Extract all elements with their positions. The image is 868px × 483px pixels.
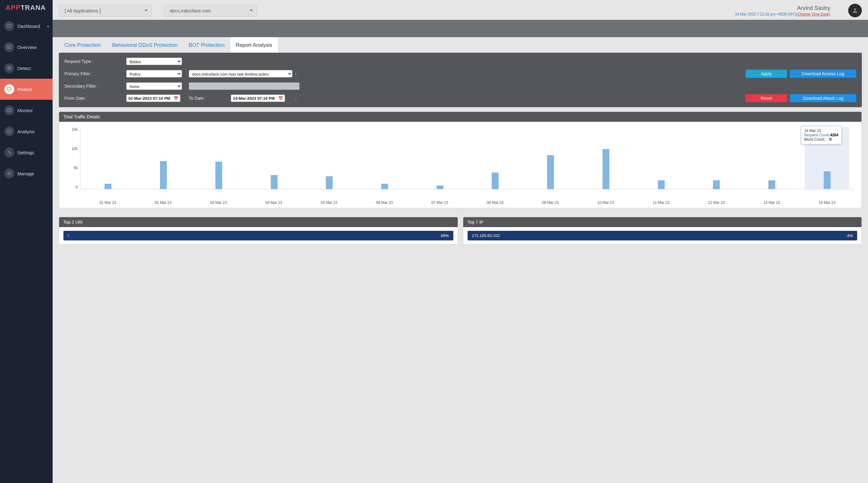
request-type-select[interactable]: Bddos [126, 58, 182, 65]
x-tick: 07 Mar 23 [412, 199, 468, 205]
timestamp-row: 14 Mar 2023 7:12:16 pm +0530 (IST)(Chang… [735, 12, 830, 17]
bar [104, 184, 112, 189]
x-tick: 08 Mar 23 [467, 199, 523, 205]
y-tick: 5k [74, 166, 78, 170]
sidebar-item-label: Analysis [17, 129, 35, 134]
bar-slot[interactable] [523, 127, 578, 189]
row-label: 172.105.63.102 [472, 233, 500, 238]
svg-point-12 [8, 173, 10, 174]
svg-point-4 [8, 48, 9, 48]
y-tick: 15k [72, 127, 78, 132]
traffic-bar-chart[interactable]: 15k10k5k0 14 Mar 23 Request Count:4264 B… [66, 127, 855, 199]
x-tick: 13 Mar 23 [744, 199, 799, 205]
bar-slot[interactable] [744, 127, 800, 189]
username: Arvind Sastry [735, 5, 830, 11]
x-tick: 14 Mar 23 [799, 199, 855, 205]
bar [215, 162, 222, 189]
x-tick: 05 Mar 23 [301, 199, 357, 205]
top-ip-title: Top 7 IP [463, 217, 862, 227]
bar [492, 173, 498, 189]
row-value: 89% [441, 233, 449, 238]
top-uri-row[interactable]: /89% [63, 231, 453, 240]
tooltip-block-value: 0 [829, 137, 832, 142]
filter-panel: Request Type : Bddos Primary Filter : Po… [59, 53, 862, 107]
x-tick: 01 Mar 23 [80, 199, 135, 205]
collapse-icon: « [47, 24, 48, 29]
bar-slot[interactable] [136, 127, 191, 189]
sidebar-item-label: Manage [17, 171, 34, 176]
brand-part2: TRANA [21, 4, 46, 11]
sidebar-item-detect[interactable]: Detect [0, 58, 53, 79]
bar-slot[interactable] [191, 127, 246, 189]
detect-icon [4, 63, 14, 73]
tab-report-analysis[interactable]: Report Analysis [230, 37, 278, 53]
bar [160, 161, 167, 189]
bar-slot[interactable] [689, 127, 744, 189]
protect-icon [4, 84, 14, 94]
bar [768, 180, 775, 189]
download-attack-log-button[interactable]: Download Attack Log [790, 94, 856, 102]
bar-slot[interactable] [81, 127, 136, 189]
bar [658, 180, 665, 189]
tooltip-req-label: Request Count: [804, 133, 830, 137]
overview-icon [4, 42, 14, 52]
brand-logo: APPTRANA [0, 0, 53, 16]
grey-band [53, 20, 868, 38]
topbar: [ All Applications ] docs.indusface.com … [53, 0, 868, 20]
to-date-input[interactable] [231, 94, 285, 102]
reset-button[interactable]: Reset [745, 94, 787, 102]
svg-point-11 [9, 152, 11, 154]
user-icon [851, 7, 859, 14]
sidebar-item-dashboard[interactable]: Dashboard« [0, 16, 53, 36]
top-uri-card: Top 2 URI /89% [59, 217, 458, 245]
bar [602, 149, 609, 189]
bar-slot[interactable] [578, 127, 633, 189]
x-tick: 04 Mar 23 [246, 199, 301, 205]
to-date-label: To Date : [189, 96, 210, 101]
tab-bot-protection[interactable]: BOT Protection [183, 37, 230, 53]
timestamp: 14 Mar 2023 7:12:16 pm +0530 (IST) [735, 12, 796, 17]
sidebar-item-manage[interactable]: Manage [0, 163, 53, 184]
bar [437, 186, 443, 189]
sidebar-item-analysis[interactable]: Analysis [0, 121, 53, 142]
primary-filter-label: Primary Filter : [64, 71, 126, 76]
filter-divider: | [292, 96, 300, 101]
from-date-input[interactable] [126, 94, 180, 102]
request-type-label: Request Type : [64, 59, 126, 64]
app-selector[interactable]: [ All Applications ] [59, 5, 152, 17]
bar [271, 175, 278, 189]
primary-filter-app-select[interactable]: docs.indusface.com App rate limiting pol… [189, 70, 292, 78]
primary-filter-select[interactable]: Policy [126, 70, 182, 78]
bar-slot[interactable] [633, 127, 689, 189]
tab-behavioral-ddos-protection[interactable]: Behavioral DDoS Protection [106, 37, 183, 53]
x-tick: 02 Mar 23 [135, 199, 191, 205]
apply-button[interactable]: Apply [745, 69, 787, 78]
secondary-filter-label: Secondary Filter : [64, 84, 126, 89]
sidebar-item-label: Monitor [17, 108, 33, 113]
sidebar-item-overview[interactable]: Overview [0, 36, 53, 58]
domain-selector[interactable]: docs.indusface.com [164, 5, 257, 17]
change-timezone-link[interactable]: Change Time Zone [798, 12, 829, 17]
avatar[interactable] [848, 4, 862, 17]
sidebar-item-protect[interactable]: Protect [0, 79, 53, 100]
tooltip-req-value: 4264 [830, 133, 838, 137]
bar [713, 180, 720, 189]
bar-slot[interactable] [357, 127, 412, 189]
tab-core-protection[interactable]: Core Protection [59, 37, 106, 53]
x-tick: 12 Mar 23 [689, 199, 744, 205]
sidebar-item-label: Detect [17, 66, 31, 71]
manage-icon [4, 169, 14, 178]
tabs: Core ProtectionBehavioral DDoS Protectio… [53, 37, 868, 53]
top-ip-row[interactable]: 172.105.63.1024% [468, 231, 858, 240]
secondary-filter-select[interactable]: None [126, 82, 182, 90]
bar-slot[interactable] [412, 127, 468, 189]
filter-divider: | [292, 72, 300, 76]
bar-slot[interactable] [302, 127, 357, 189]
sidebar-item-settings[interactable]: Settings [0, 142, 53, 163]
tooltip-block-label: Block Count: [804, 137, 825, 142]
download-access-log-button[interactable]: Download Access Log [790, 70, 856, 78]
bar-slot[interactable] [246, 127, 302, 189]
bar-slot[interactable] [468, 127, 523, 189]
monitor-icon [4, 105, 14, 115]
sidebar-item-monitor[interactable]: Monitor [0, 100, 53, 121]
